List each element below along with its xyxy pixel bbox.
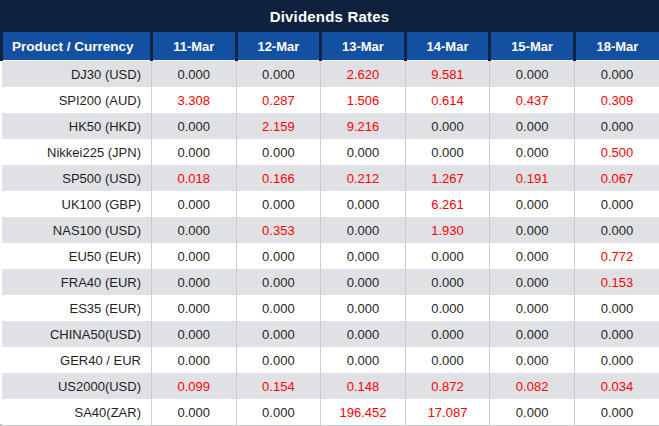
rate-value-cell: 9.581 <box>405 61 490 88</box>
rate-value-cell: 1.267 <box>405 165 490 191</box>
rate-value-cell: 0.000 <box>490 217 575 243</box>
product-name-cell: ES35 (EUR) <box>2 295 152 321</box>
rate-value-cell: 0.000 <box>321 295 406 321</box>
product-name-cell: NAS100 (USD) <box>2 217 152 243</box>
product-currency-header: Product / Currency <box>2 32 152 61</box>
rate-value-cell: 0.000 <box>574 399 659 425</box>
table-row: CHINA50(USD)0.0000.0000.0000.0000.0000.0… <box>2 321 659 347</box>
rate-value-cell: 0.000 <box>236 139 321 165</box>
rate-value-cell: 9.216 <box>321 113 406 139</box>
rate-value-cell: 0.000 <box>490 243 575 269</box>
rate-value-cell: 0.153 <box>574 269 659 295</box>
rate-value-cell: 0.500 <box>574 139 659 165</box>
rate-value-cell: 0.000 <box>490 269 575 295</box>
table-header-row: Product / Currency 11-Mar 12-Mar 13-Mar … <box>2 32 659 61</box>
rate-value-cell: 0.772 <box>574 243 659 269</box>
date-column-header: 11-Mar <box>152 32 237 61</box>
rate-value-cell: 0.000 <box>574 113 659 139</box>
rate-value-cell: 0.000 <box>405 347 490 373</box>
rate-value-cell: 0.000 <box>236 269 321 295</box>
rate-value-cell: 0.000 <box>405 321 490 347</box>
product-name-cell: GER40 / EUR <box>2 347 152 373</box>
product-name-cell: SA40(ZAR) <box>2 399 152 425</box>
rate-value-cell: 0.000 <box>490 295 575 321</box>
rate-value-cell: 0.000 <box>405 243 490 269</box>
rate-value-cell: 0.000 <box>490 191 575 217</box>
table-row: HK50 (HKD)0.0002.1599.2160.0000.0000.000 <box>2 113 659 139</box>
rate-value-cell: 0.000 <box>574 347 659 373</box>
rate-value-cell: 0.872 <box>405 373 490 399</box>
rate-value-cell: 2.159 <box>236 113 321 139</box>
rate-value-cell: 0.099 <box>152 373 237 399</box>
rate-value-cell: 0.000 <box>574 217 659 243</box>
rate-value-cell: 0.000 <box>152 191 237 217</box>
rate-value-cell: 0.148 <box>321 373 406 399</box>
table-row: EU50 (EUR)0.0000.0000.0000.0000.0000.772 <box>2 243 659 269</box>
rate-value-cell: 0.000 <box>490 399 575 425</box>
rate-value-cell: 0.000 <box>574 191 659 217</box>
rate-value-cell: 0.000 <box>574 295 659 321</box>
rate-value-cell: 0.353 <box>236 217 321 243</box>
rate-value-cell: 0.000 <box>321 243 406 269</box>
rate-value-cell: 0.000 <box>321 191 406 217</box>
table-row: US2000(USD)0.0990.1540.1480.8720.0820.03… <box>2 373 659 399</box>
rate-value-cell: 0.000 <box>152 347 237 373</box>
rate-value-cell: 0.000 <box>405 295 490 321</box>
table-row: DJ30 (USD)0.0000.0002.6209.5810.0000.000 <box>2 61 659 88</box>
rate-value-cell: 0.000 <box>236 321 321 347</box>
rate-value-cell: 0.154 <box>236 373 321 399</box>
rate-value-cell: 0.000 <box>490 139 575 165</box>
rate-value-cell: 0.000 <box>405 139 490 165</box>
rate-value-cell: 0.000 <box>152 399 237 425</box>
rate-value-cell: 1.930 <box>405 217 490 243</box>
product-name-cell: CHINA50(USD) <box>2 321 152 347</box>
rate-value-cell: 0.000 <box>405 113 490 139</box>
rate-value-cell: 6.261 <box>405 191 490 217</box>
date-column-header: 18-Mar <box>574 32 659 61</box>
rate-value-cell: 0.000 <box>236 295 321 321</box>
rate-value-cell: 0.082 <box>490 373 575 399</box>
rate-value-cell: 0.000 <box>236 347 321 373</box>
rate-value-cell: 0.000 <box>236 399 321 425</box>
rate-value-cell: 0.000 <box>574 61 659 88</box>
product-name-cell: US2000(USD) <box>2 373 152 399</box>
product-name-cell: HK50 (HKD) <box>2 113 152 139</box>
rate-value-cell: 0.000 <box>236 191 321 217</box>
rate-value-cell: 0.000 <box>321 269 406 295</box>
rate-value-cell: 0.000 <box>321 347 406 373</box>
date-column-header: 12-Mar <box>236 32 321 61</box>
rate-value-cell: 0.309 <box>574 87 659 113</box>
rate-value-cell: 0.000 <box>321 139 406 165</box>
product-name-cell: Nikkei225 (JPN) <box>2 139 152 165</box>
rate-value-cell: 0.018 <box>152 165 237 191</box>
rate-value-cell: 0.000 <box>152 243 237 269</box>
rate-value-cell: 0.287 <box>236 87 321 113</box>
rate-value-cell: 1.506 <box>321 87 406 113</box>
date-column-header: 14-Mar <box>405 32 490 61</box>
rate-value-cell: 0.000 <box>405 269 490 295</box>
rate-value-cell: 0.000 <box>321 217 406 243</box>
table-row: SP500 (USD)0.0180.1660.2121.2670.1910.06… <box>2 165 659 191</box>
rate-value-cell: 0.000 <box>152 61 237 88</box>
product-name-cell: SPI200 (AUD) <box>2 87 152 113</box>
product-name-cell: EU50 (EUR) <box>2 243 152 269</box>
product-name-cell: SP500 (USD) <box>2 165 152 191</box>
table-row: ES35 (EUR)0.0000.0000.0000.0000.0000.000 <box>2 295 659 321</box>
product-name-cell: UK100 (GBP) <box>2 191 152 217</box>
rate-value-cell: 0.437 <box>490 87 575 113</box>
rate-value-cell: 0.000 <box>236 243 321 269</box>
rate-value-cell: 0.000 <box>152 139 237 165</box>
table-row: UK100 (GBP)0.0000.0000.0006.2610.0000.00… <box>2 191 659 217</box>
date-column-header: 13-Mar <box>321 32 406 61</box>
rate-value-cell: 0.034 <box>574 373 659 399</box>
rate-value-cell: 0.000 <box>152 269 237 295</box>
rate-value-cell: 0.000 <box>490 321 575 347</box>
rate-value-cell: 0.000 <box>321 321 406 347</box>
rate-value-cell: 0.166 <box>236 165 321 191</box>
rate-value-cell: 0.212 <box>321 165 406 191</box>
rate-value-cell: 0.000 <box>152 321 237 347</box>
product-name-cell: FRA40 (EUR) <box>2 269 152 295</box>
rate-value-cell: 0.000 <box>574 321 659 347</box>
table-row: Nikkei225 (JPN)0.0000.0000.0000.0000.000… <box>2 139 659 165</box>
rate-value-cell: 0.000 <box>236 61 321 88</box>
